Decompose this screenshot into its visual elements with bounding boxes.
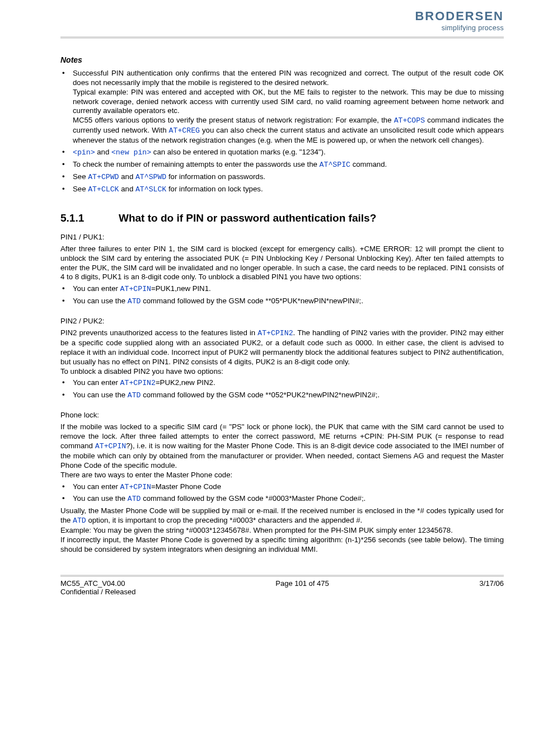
text: You can use the (73, 297, 128, 305)
notes-heading: Notes (60, 55, 504, 65)
text: PIN2 prevents unauthorized access to the… (60, 328, 257, 337)
text: for information on passwords. (166, 172, 265, 181)
section-heading: 5.1.1 What to do if PIN or password auth… (60, 212, 504, 225)
at-clck-link[interactable]: AT+CLCK (88, 185, 119, 194)
header: BRODERSEN simplifying process (0, 0, 534, 32)
text: and (119, 172, 135, 181)
text: You can enter (73, 378, 120, 387)
phone-p4: Example: You may be given the string *#0… (60, 526, 504, 536)
phone-p2: There are two ways to enter the Master P… (60, 471, 504, 480)
phone-p3: Usually, the Master Phone Code will be s… (60, 506, 504, 526)
footer-confidential: Confidential / Released (60, 588, 135, 596)
text: Typical example: PIN was entered and acc… (73, 88, 504, 115)
phone-head: Phone lock: (60, 411, 504, 420)
phone-p1: If the mobile was locked to a specific S… (60, 422, 504, 470)
text: To check the number of remaining attempt… (73, 160, 320, 168)
text: command. (350, 160, 387, 168)
text: command followed by the GSM code **05*PU… (141, 297, 363, 305)
footer-doc-id: MC55_ATC_V04.00 (60, 579, 125, 588)
list-item: You can use the ATD command followed by … (60, 494, 504, 504)
list-item: You can use the ATD command followed by … (60, 391, 504, 401)
text: command followed by the GSM code *#0003*… (141, 494, 366, 503)
list-item: You can enter AT+CPIN=Master Phone Code (60, 482, 504, 492)
list-item: Successful PIN authentication only confi… (60, 69, 504, 145)
text: See (73, 185, 88, 193)
section-number: 5.1.1 (60, 212, 119, 225)
footer-divider (60, 575, 504, 577)
pin1-list: You can enter AT+CPIN=PUK1,new PIN1. You… (60, 284, 504, 307)
at-cpin-link[interactable]: AT+CPIN (95, 442, 126, 450)
text: See (73, 172, 88, 181)
at-slck-link[interactable]: AT^SLCK (135, 185, 166, 194)
pin2-para2: To unblock a disabled PIN2 you have two … (60, 367, 504, 377)
text: ?), i.e. it is now waiting for the Maste… (60, 442, 504, 469)
content: Notes Successful PIN authentication only… (0, 39, 534, 555)
text: command followed by the GSM code **052*P… (141, 391, 380, 399)
text: Successful PIN authentication only confi… (73, 69, 504, 87)
text: You can enter (73, 482, 120, 491)
notes-list: Successful PIN authentication only confi… (60, 69, 504, 195)
list-item: You can enter AT+CPIN=PUK1,new PIN1. (60, 284, 504, 294)
pin2-list: You can enter AT+CPIN2=PUK2,new PIN2. Yo… (60, 378, 504, 401)
list-item: To check the number of remaining attempt… (60, 160, 504, 170)
at-cpin-link[interactable]: AT+CPIN (120, 483, 151, 491)
footer: MC55_ATC_V04.00 Page 101 of 475 3/17/06 … (0, 579, 534, 596)
atd-link[interactable]: ATD (128, 297, 141, 306)
text: can also be entered in quotation marks (… (151, 148, 325, 156)
text: You can enter (73, 284, 120, 293)
at-cpin2-link[interactable]: AT+CPIN2 (257, 329, 293, 337)
text: You can use the (73, 494, 128, 503)
text: and (119, 185, 135, 193)
list-item: See AT+CLCK and AT^SLCK for information … (60, 185, 504, 195)
text: You can use the (73, 391, 128, 399)
at-spwd-link[interactable]: AT^SPWD (135, 173, 166, 181)
list-item: See AT+CPWD and AT^SPWD for information … (60, 172, 504, 182)
logo-text: BRODERSEN (415, 10, 504, 22)
phone-list: You can enter AT+CPIN=Master Phone Code … (60, 482, 504, 505)
text: option, it is important to crop the prec… (86, 516, 362, 524)
at-cpin2-link[interactable]: AT+CPIN2 (120, 379, 156, 387)
pin2-head: PIN2 / PUK2: (60, 317, 504, 326)
logo-tagline: simplifying process (442, 24, 504, 32)
footer-date: 3/17/06 (480, 579, 504, 588)
at-cops-link[interactable]: AT+COPS (394, 116, 425, 125)
atd-link[interactable]: ATD (128, 495, 141, 503)
logo: BRODERSEN simplifying process (415, 10, 504, 32)
list-item: <pin> and <new pin> can also be entered … (60, 148, 504, 158)
atd-link[interactable]: ATD (128, 391, 141, 400)
pin1-para: After three failures to enter PIN 1, the… (60, 245, 504, 283)
text: =Master Phone Code (151, 482, 221, 491)
at-cpwd-link[interactable]: AT+CPWD (88, 173, 119, 181)
text: =PUK1,new PIN1. (151, 284, 211, 293)
text: and (95, 148, 111, 156)
list-item: You can use the ATD command followed by … (60, 297, 504, 307)
pin2-para: PIN2 prevents unauthorized access to the… (60, 328, 504, 367)
at-creg-link[interactable]: AT+CREG (169, 126, 200, 135)
footer-page: Page 101 of 475 (275, 579, 329, 588)
text: for information on lock types. (166, 185, 263, 193)
phone-p5: If incorrectly input, the Master Phone C… (60, 536, 504, 555)
at-spic-link[interactable]: AT^SPIC (320, 161, 350, 169)
at-cpin-link[interactable]: AT+CPIN (120, 285, 151, 293)
text: =PUK2,new PIN2. (156, 378, 216, 387)
text: MC55 offers various options to verify th… (73, 116, 394, 124)
pin1-head: PIN1 / PUK1: (60, 233, 504, 242)
pin-param-link[interactable]: <pin> (73, 148, 95, 157)
newpin-param-link[interactable]: <new pin> (111, 148, 151, 157)
atd-link[interactable]: ATD (73, 516, 86, 525)
list-item: You can enter AT+CPIN2=PUK2,new PIN2. (60, 378, 504, 388)
section-title: What to do if PIN or password authentica… (119, 212, 376, 225)
